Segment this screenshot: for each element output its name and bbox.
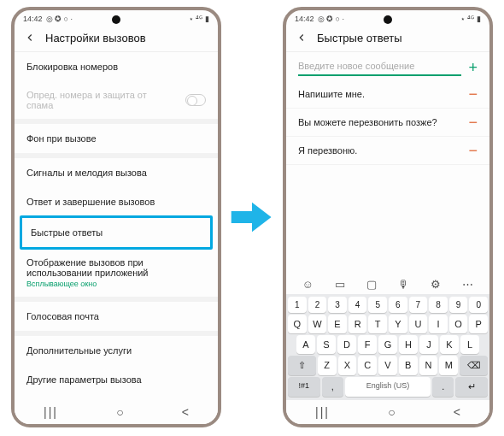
symbols-key[interactable]: !#1 [288,377,320,397]
key[interactable]: E [328,315,347,333]
nav-back-icon[interactable]: < [182,405,189,419]
key[interactable]: P [469,315,488,333]
row-voicemail[interactable]: Голосовая почта [15,302,218,331]
row-other-params[interactable]: Другие параметры вызова [15,365,218,394]
key[interactable]: 2 [308,297,327,313]
label-quick: Быстрые ответы [31,227,103,238]
keyboard-row-1: Q W E R T Y U I O P [288,315,488,333]
key[interactable]: 5 [368,297,387,313]
row-extra-services[interactable]: Дополнительные услуги [15,336,218,365]
key[interactable]: L [460,335,479,354]
header: Быстрые ответы [286,26,489,52]
label-overlay: Отображение вызовов при использовании пр… [26,257,149,278]
key[interactable]: X [338,356,357,375]
nav-recent-icon[interactable]: ||| [44,405,58,419]
key[interactable]: 4 [349,297,367,313]
gif-icon[interactable]: ▢ [366,278,377,291]
keyboard-row-4: !#1 , English (US) . ↵ [288,377,488,397]
label-other: Другие параметры вызова [26,374,142,385]
front-camera [112,15,120,24]
key[interactable]: Y [389,315,407,333]
backspace-key[interactable]: ⌫ [460,356,488,375]
reply-label: Напишите мне. [298,89,365,99]
arrow-right-icon [230,195,274,239]
comma-key[interactable]: , [322,377,343,397]
nav-recent-icon[interactable]: ||| [315,405,330,419]
key[interactable]: W [308,315,327,333]
key[interactable]: 0 [469,297,488,313]
nav-home-icon[interactable]: ○ [388,405,395,419]
keyboard-row-3: ⇧ Z X C V B N M ⌫ [288,356,488,375]
key[interactable]: Q [288,315,307,333]
emoji-icon[interactable]: ☺ [302,278,314,291]
sticker-icon[interactable]: ▭ [335,278,345,291]
key[interactable]: D [337,335,356,354]
key[interactable]: J [419,335,438,354]
back-icon[interactable] [295,31,308,44]
minus-icon[interactable]: − [468,90,478,98]
phone-right: 14:42 ◎ ✪ ○ · ⋆ ⁴ᴳ ▮ Быстрые ответы Введ… [283,7,493,427]
key[interactable]: T [368,315,387,333]
key[interactable]: U [409,315,428,333]
key[interactable]: V [378,356,397,375]
new-message-input[interactable]: Введите новое сообщение [298,61,461,76]
key[interactable]: I [429,315,448,333]
reply-item[interactable]: Я перезвоню. − [286,137,489,165]
enter-key[interactable]: ↵ [455,377,488,397]
nav-home-icon[interactable]: ○ [116,405,123,419]
label-spam: Опред. номера и защита от спама [26,90,155,110]
label-ring: Сигналы и мелодия вызова [26,168,147,178]
minus-icon[interactable]: − [468,118,478,127]
key[interactable]: K [440,335,459,354]
row-call-background[interactable]: Фон при вызове [15,124,218,153]
dot-key[interactable]: . [432,377,454,397]
mic-icon[interactable]: 🎙 [398,278,409,291]
nav-bar: ||| ○ < [15,400,218,424]
status-right-icons: ⋆ ⁴ᴳ ▮ [189,15,209,23]
row-ringtone[interactable]: Сигналы и мелодия вызова [15,158,218,187]
reply-label: Я перезвоню. [298,145,357,156]
key[interactable]: C [358,356,377,375]
label-voicemail: Голосовая почта [26,311,99,321]
new-message-row: Введите новое сообщение + [286,52,489,80]
toggle-icon[interactable] [185,94,206,106]
key[interactable]: 8 [429,297,448,313]
label-extra: Дополнительные услуги [26,345,132,356]
key[interactable]: R [349,315,367,333]
key[interactable]: H [399,335,418,354]
status-time: 14:42 [23,15,43,23]
key[interactable]: Z [318,356,337,375]
key[interactable]: 9 [449,297,468,313]
minus-icon[interactable]: − [468,146,478,155]
row-answer-end[interactable]: Ответ и завершение вызовов [15,187,218,216]
page-title: Настройки вызовов [45,32,146,44]
key[interactable]: O [449,315,468,333]
key[interactable]: F [358,335,377,354]
space-key[interactable]: English (US) [345,377,431,397]
key[interactable]: 3 [328,297,347,313]
reply-item[interactable]: Вы можете перезвонить позже? − [286,109,489,137]
plus-icon[interactable]: + [468,59,478,77]
keyboard-toolbar: ☺ ▭ ▢ 🎙 ⚙ ⋯ [286,274,489,294]
key[interactable]: 7 [409,297,428,313]
reply-item[interactable]: Напишите мне. − [286,80,489,109]
key[interactable]: 1 [288,297,307,313]
key[interactable]: S [317,335,336,354]
status-left-icons: ◎ ✪ ○ · [318,15,344,23]
more-icon[interactable]: ⋯ [462,278,473,291]
settings-icon[interactable]: ⚙ [431,278,441,291]
row-block-numbers[interactable]: Блокировка номеров [15,52,218,81]
key[interactable]: 6 [389,297,407,313]
key[interactable]: A [296,335,315,354]
key[interactable]: G [378,335,397,354]
key[interactable]: N [419,356,438,375]
key[interactable]: M [439,356,458,375]
status-time: 14:42 [295,15,314,23]
nav-back-icon[interactable]: < [454,405,460,419]
reply-label: Вы можете перезвонить позже? [298,117,437,127]
row-overlay[interactable]: Отображение вызовов при использовании пр… [15,249,218,297]
row-quick-replies[interactable]: Быстрые ответы [22,218,210,247]
shift-key[interactable]: ⇧ [288,356,316,375]
key[interactable]: B [399,356,418,375]
back-icon[interactable] [23,31,37,44]
